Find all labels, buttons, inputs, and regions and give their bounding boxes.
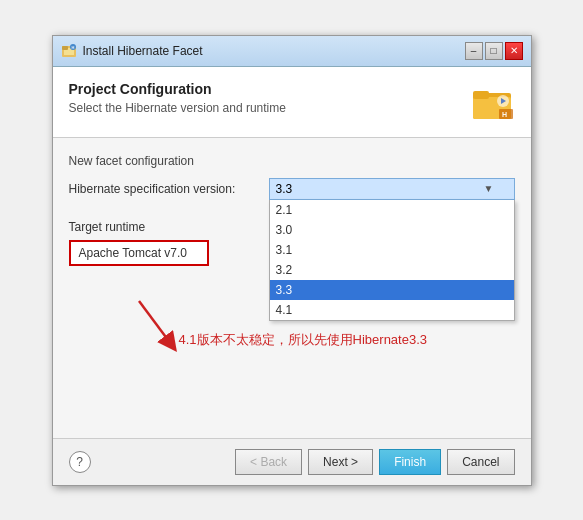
dialog-window: H Install Hibernate Facet – □ ✕ Project … [52, 35, 532, 486]
option-3.2[interactable]: 3.2 [270, 260, 514, 280]
header-section: Project Configuration Select the Hiberna… [53, 67, 531, 138]
dropdown-menu: 2.1 3.0 3.1 3.2 3.3 4.1 [269, 200, 515, 321]
help-button[interactable]: ? [69, 451, 91, 473]
annotation-text: 4.1版本不太稳定，所以先使用Hibernate3.3 [179, 331, 428, 349]
hibernate-icon: H [61, 43, 77, 59]
next-button[interactable]: Next > [308, 449, 373, 475]
footer-left: ? [69, 451, 91, 473]
version-dropdown-container: 3.3 ▼ 2.1 3.0 3.1 3.2 3.3 4.1 [269, 178, 515, 200]
svg-text:H: H [502, 111, 507, 118]
footer: ? < Back Next > Finish Cancel [53, 438, 531, 485]
version-label: Hibernate specification version: [69, 182, 269, 196]
title-bar-left: H Install Hibernate Facet [61, 43, 203, 59]
dropdown-arrow-icon: ▼ [484, 183, 494, 194]
svg-text:H: H [71, 45, 74, 50]
minimize-button[interactable]: – [465, 42, 483, 60]
facet-config-label: New facet configuration [69, 154, 515, 168]
svg-rect-2 [62, 46, 68, 50]
title-bar-controls: – □ ✕ [465, 42, 523, 60]
option-3.0[interactable]: 3.0 [270, 220, 514, 240]
footer-right: < Back Next > Finish Cancel [235, 449, 514, 475]
option-3.1[interactable]: 3.1 [270, 240, 514, 260]
arrow-container [129, 296, 189, 359]
option-4.1[interactable]: 4.1 [270, 300, 514, 320]
finish-button[interactable]: Finish [379, 449, 441, 475]
version-selected-value: 3.3 [276, 182, 293, 196]
header-text: Project Configuration Select the Hiberna… [69, 81, 286, 115]
close-button[interactable]: ✕ [505, 42, 523, 60]
content-area: New facet configuration Hibernate specif… [53, 138, 531, 438]
header-icon-container: H [471, 81, 515, 125]
title-bar: H Install Hibernate Facet – □ ✕ [53, 36, 531, 67]
option-2.1[interactable]: 2.1 [270, 200, 514, 220]
cancel-button[interactable]: Cancel [447, 449, 514, 475]
svg-rect-7 [473, 91, 489, 99]
folder-icon: H [471, 81, 515, 125]
version-form-row: Hibernate specification version: 3.3 ▼ 2… [69, 178, 515, 200]
header-title: Project Configuration [69, 81, 286, 97]
maximize-button[interactable]: □ [485, 42, 503, 60]
svg-line-13 [139, 301, 171, 344]
option-3.3[interactable]: 3.3 [270, 280, 514, 300]
tomcat-value: Apache Tomcat v7.0 [69, 240, 209, 266]
back-button[interactable]: < Back [235, 449, 302, 475]
header-subtitle: Select the Hibernate version and runtime [69, 101, 286, 115]
title-bar-text: Install Hibernate Facet [83, 44, 203, 58]
version-dropdown[interactable]: 3.3 ▼ [269, 178, 515, 200]
